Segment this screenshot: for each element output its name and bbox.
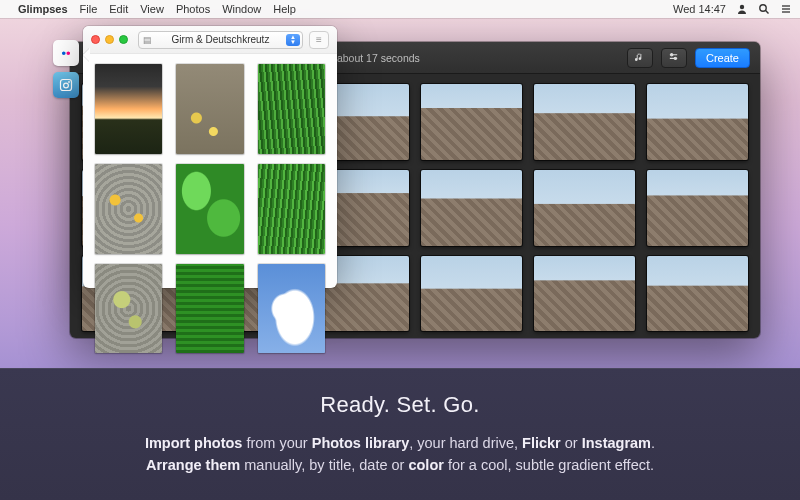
- svg-rect-10: [61, 80, 72, 91]
- create-button[interactable]: Create: [695, 48, 750, 68]
- thumb-trunk[interactable]: [176, 64, 243, 154]
- marketing-title: Ready. Set. Go.: [320, 392, 479, 418]
- instagram-source-button[interactable]: [53, 72, 79, 98]
- thumb-grass[interactable]: [258, 64, 325, 154]
- menu-photos[interactable]: Photos: [176, 3, 210, 15]
- thumb-grass-2[interactable]: [258, 164, 325, 254]
- svg-point-0: [740, 5, 744, 9]
- thumb-green[interactable]: [176, 264, 243, 354]
- album-icon: ▤: [143, 35, 152, 45]
- user-icon[interactable]: [736, 3, 748, 15]
- menu-help[interactable]: Help: [273, 3, 296, 15]
- close-icon[interactable]: [91, 35, 100, 44]
- timeline-photo[interactable]: [421, 256, 522, 332]
- menu-view[interactable]: View: [140, 3, 164, 15]
- minimize-icon[interactable]: [105, 35, 114, 44]
- source-popover: •• ▤ Girm & Deutschkreutz ▲▼ ≡: [49, 26, 337, 288]
- svg-point-11: [64, 83, 69, 88]
- spotlight-search-icon[interactable]: [758, 3, 770, 15]
- window-controls[interactable]: [91, 35, 128, 44]
- timeline-photo[interactable]: [534, 256, 635, 332]
- menu-window[interactable]: Window: [222, 3, 261, 15]
- menu-file[interactable]: File: [80, 3, 98, 15]
- menubar-clock[interactable]: Wed 14:47: [673, 3, 726, 15]
- thumb-sunset[interactable]: [95, 64, 162, 154]
- popover-toolbar: ▤ Girm & Deutschkreutz ▲▼ ≡: [83, 26, 337, 54]
- marketing-body: Import photos from your Photos library, …: [145, 432, 655, 477]
- desktop-background: Glimpses File Edit View Photos Window He…: [0, 0, 800, 500]
- marketing-caption: Ready. Set. Go. Import photos from your …: [0, 368, 800, 500]
- timeline-photo[interactable]: [647, 84, 748, 160]
- timeline-photo[interactable]: [421, 170, 522, 246]
- thumb-sky-cloud[interactable]: [258, 264, 325, 354]
- album-picker-panel: ▤ Girm & Deutschkreutz ▲▼ ≡: [83, 26, 337, 288]
- svg-point-7: [671, 54, 673, 56]
- album-select[interactable]: ▤ Girm & Deutschkreutz ▲▼: [138, 31, 303, 49]
- view-mode-toggle[interactable]: ≡: [309, 31, 329, 49]
- svg-point-1: [760, 5, 766, 11]
- svg-point-12: [68, 81, 70, 83]
- notification-center-icon[interactable]: [780, 3, 792, 15]
- timeline-photo[interactable]: [421, 84, 522, 160]
- thumb-rock-lichen[interactable]: [95, 164, 162, 254]
- zoom-icon[interactable]: [119, 35, 128, 44]
- timeline-photo[interactable]: [534, 84, 635, 160]
- svg-point-9: [675, 57, 677, 59]
- app-menu[interactable]: Glimpses: [18, 3, 68, 15]
- select-chevrons-icon: ▲▼: [286, 34, 300, 46]
- album-select-label: Girm & Deutschkreutz: [172, 34, 270, 45]
- settings-sliders-button[interactable]: [661, 48, 687, 68]
- timeline-photo[interactable]: [534, 170, 635, 246]
- timeline-photo[interactable]: [647, 170, 748, 246]
- macos-menubar: Glimpses File Edit View Photos Window He…: [0, 0, 800, 18]
- timeline-photo[interactable]: [647, 256, 748, 332]
- album-thumbnail-grid[interactable]: [83, 54, 337, 363]
- music-button[interactable]: [627, 48, 653, 68]
- thumb-rock-lichen-2[interactable]: [95, 264, 162, 354]
- thumb-leaves[interactable]: [176, 164, 243, 254]
- menu-edit[interactable]: Edit: [109, 3, 128, 15]
- svg-line-2: [766, 11, 769, 14]
